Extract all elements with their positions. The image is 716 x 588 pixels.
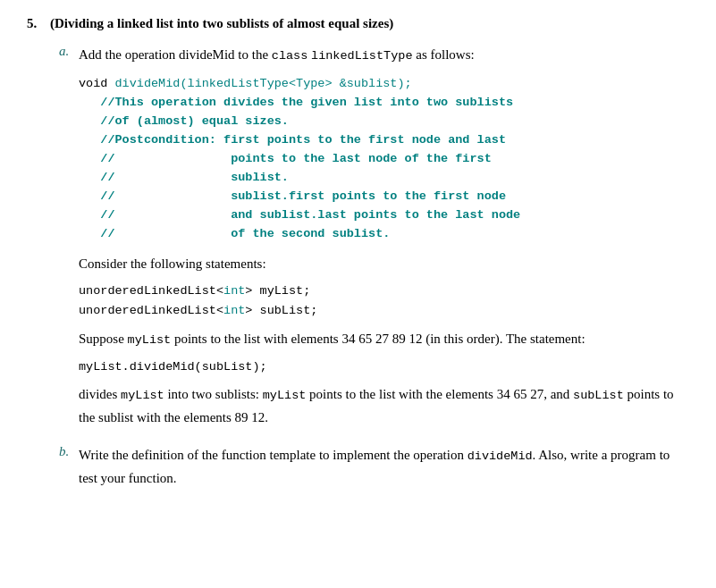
sub-items-container: a. Add the operation divideMid to the cl… (59, 44, 689, 496)
comment-line-5: // sublist. (79, 169, 689, 188)
stmt2-line: unorderedLinkedList<int> subList; (79, 301, 689, 321)
stmt1-line: unorderedLinkedList<int> myList; (79, 281, 689, 301)
suppose-text-1: Suppose (79, 332, 124, 346)
signature-line: void divideMid(linkedListType<Type> &sub… (79, 75, 689, 94)
dividemid-inline: divideMid (468, 449, 533, 463)
comment-line-4: // points to the last node of the first (79, 150, 689, 169)
comment-line-1: //This operation divides the given list … (79, 94, 689, 113)
code-block-a: void divideMid(linkedListType<Type> &sub… (79, 75, 689, 243)
sub-a-intro: Add the operation divideMid to the class… (79, 44, 689, 66)
intro-end-text: as follows: (416, 47, 474, 62)
call-block: myList.divideMid(subList); (79, 357, 689, 377)
comment-line-7: // and sublist.last points to the last n… (79, 206, 689, 225)
comment-line-3: //Postcondition: first points to the fir… (79, 131, 689, 150)
sub-a-content: Add the operation divideMid to the class… (79, 44, 689, 435)
question-title: (Dividing a linked list into two sublist… (50, 16, 393, 31)
consider-text: Consider the following statements: (79, 253, 689, 275)
mylist-inline-1: myList (128, 333, 172, 347)
sublist-inline-1: subList (573, 389, 624, 402)
sub-b-text-1: Write the definition of the function tem… (79, 448, 464, 462)
sub-b-content: Write the definition of the function tem… (79, 444, 689, 496)
comment-line-8: // of the second sublist. (79, 225, 689, 244)
statements-block: unorderedLinkedList<int> myList; unorder… (79, 281, 689, 320)
intro-text: Add the operation divideMid to the (79, 47, 268, 62)
question-header: 5. (Dividing a linked list into two subl… (27, 16, 689, 31)
int-keyword-2: int (223, 304, 245, 317)
dividemid-signature: divideMid(linkedListType<Type> &sublist)… (115, 77, 412, 90)
int-keyword-1: int (223, 284, 245, 298)
sub-b-para: Write the definition of the function tem… (79, 444, 689, 489)
suppose-para: Suppose myList points to the list with e… (79, 328, 689, 350)
keyword-class: class (272, 49, 308, 63)
comment-line-2: //of (almost) equal sizes. (79, 113, 689, 131)
linkedlisttype-code: linkedListType (311, 49, 412, 63)
divides-text-1: divides (79, 387, 117, 401)
sub-letter-b: b. (59, 444, 72, 459)
sub-item-b: b. Write the definition of the function … (59, 444, 689, 496)
sub-letter-a: a. (59, 44, 72, 59)
suppose-text-2: points to the list with elements 34 65 2… (174, 332, 585, 346)
call-line: myList.divideMid(subList); (79, 357, 689, 377)
mylist-inline-2: myList (121, 389, 164, 402)
divides-text-3: points to the list with the elements 34 … (309, 387, 569, 401)
mylist-inline-3: myList (263, 389, 307, 402)
void-keyword: void (79, 77, 115, 90)
divides-para: divides myList into two sublists: myList… (79, 383, 689, 428)
sub-item-a: a. Add the operation divideMid to the cl… (59, 44, 689, 435)
question-number: 5. (27, 16, 43, 31)
comment-line-6: // sublist.first points to the first nod… (79, 188, 689, 206)
divides-text-2: into two sublists: (167, 387, 259, 401)
